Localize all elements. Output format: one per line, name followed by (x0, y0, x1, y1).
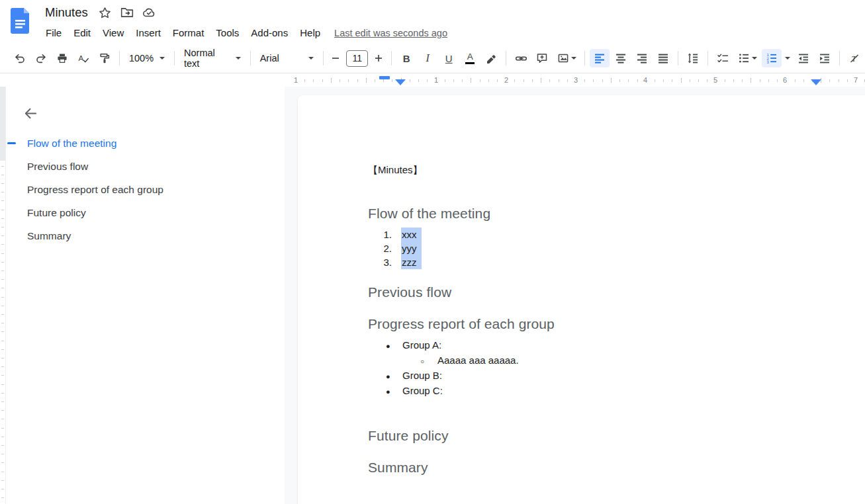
last-edit-status[interactable]: Last edit was seconds ago (334, 28, 447, 38)
list-item-text[interactable]: yyy (401, 241, 422, 255)
redo-button[interactable] (31, 49, 51, 67)
menu-insert[interactable]: Insert (130, 25, 167, 40)
doc-paragraph[interactable]: 【Minutes】 (368, 163, 865, 177)
numbered-list-button[interactable]: 123 (762, 49, 782, 67)
line-spacing-button[interactable] (683, 49, 703, 67)
google-docs-logo-icon[interactable] (11, 7, 30, 34)
numbered-list-item[interactable]: 1.xxx (368, 228, 865, 241)
title-row: Minutes (45, 5, 164, 20)
list-number: 2. (377, 241, 392, 255)
list-item-text[interactable]: xxx (401, 228, 422, 241)
add-comment-button[interactable] (532, 49, 552, 67)
horizontal-ruler[interactable]: 11234567 (0, 73, 865, 87)
align-justify-button[interactable] (653, 49, 673, 67)
decrease-indent-button[interactable] (794, 49, 813, 67)
spell-check-button[interactable]: A (73, 49, 93, 67)
zoom-select[interactable]: 100% (124, 49, 170, 67)
outline-item-1[interactable]: Previous flow (24, 155, 285, 178)
text-color-button[interactable]: A (460, 49, 480, 67)
bullet-list: ●Group A:○Aaaaa aaa aaaaa.●Group B:●Grou… (368, 338, 865, 399)
doc-heading[interactable]: Previous flow (368, 284, 865, 301)
document-status-cloud-icon[interactable] (142, 6, 156, 19)
bullet-list-item[interactable]: ●Group C: (368, 384, 865, 399)
list-number: 1. (377, 228, 392, 241)
font-size-input[interactable]: 11 (346, 50, 368, 67)
insert-link-button[interactable] (511, 49, 531, 67)
menu-bar: FileEditViewInsertFormatToolsAdd-onsHelp… (40, 25, 447, 40)
doc-heading[interactable]: Progress report of each group (368, 315, 865, 333)
bullet-marker: ● (386, 370, 395, 384)
menu-tools[interactable]: Tools (210, 25, 245, 40)
clear-formatting-button[interactable]: T (844, 49, 864, 67)
vertical-ruler-margin (0, 87, 5, 161)
svg-text:A: A (79, 54, 84, 62)
menu-edit[interactable]: Edit (68, 25, 97, 40)
paint-format-button[interactable] (95, 49, 114, 67)
document-page[interactable]: 【Minutes】Flow of the meeting1.xxx2.yyy3.… (298, 95, 865, 504)
text-color-swatch (465, 62, 475, 65)
ruler-inch-label: 1 (292, 75, 300, 85)
toolbar-separator (839, 51, 840, 65)
menu-view[interactable]: View (97, 25, 130, 40)
bullet-list-item[interactable]: ●Group A: (368, 338, 865, 353)
document-title[interactable]: Minutes (45, 5, 88, 20)
increase-indent-button[interactable] (815, 49, 835, 67)
align-right-button[interactable] (632, 49, 652, 67)
outline-item-label: Future policy (27, 207, 86, 219)
highlight-color-button[interactable] (481, 49, 501, 67)
left-indent-marker[interactable] (395, 79, 406, 85)
font-size-increase-button[interactable] (371, 49, 387, 67)
list-item-text[interactable]: Group B: (402, 368, 442, 382)
star-icon[interactable] (99, 6, 112, 19)
doc-heading[interactable]: Future policy (368, 427, 865, 444)
outline-item-0[interactable]: Flow of the meeting (24, 132, 285, 155)
numbered-list-menu-button[interactable] (783, 49, 792, 67)
chevron-down-icon (308, 57, 314, 60)
numbered-list-item[interactable]: 3.zzz (368, 255, 865, 269)
outline-item-3[interactable]: Future policy (24, 201, 285, 224)
doc-paragraph[interactable] (368, 399, 865, 413)
outline-item-2[interactable]: Progress report of each group (24, 178, 285, 201)
bullet-list-button[interactable] (734, 49, 760, 67)
menu-add-ons[interactable]: Add-ons (245, 25, 294, 40)
menu-help[interactable]: Help (294, 25, 326, 40)
toolbar-separator (678, 51, 678, 65)
paragraph-style-select[interactable]: Normal text (179, 49, 246, 67)
list-item-text[interactable]: Group A: (402, 338, 441, 352)
bold-label: B (403, 53, 410, 64)
move-to-folder-icon[interactable] (120, 6, 134, 19)
close-outline-button[interactable] (21, 104, 40, 122)
menu-file[interactable]: File (40, 25, 68, 40)
doc-heading[interactable]: Flow of the meeting (368, 205, 865, 222)
bold-button[interactable]: B (396, 49, 416, 67)
zoom-value: 100% (129, 53, 154, 63)
align-center-button[interactable] (611, 49, 631, 67)
ruler-inch-label: 3 (572, 75, 580, 85)
outline-item-4[interactable]: Summary (24, 224, 285, 247)
bullet-list-item[interactable]: ●Group B: (368, 368, 865, 384)
first-line-indent-marker[interactable] (379, 76, 390, 79)
font-size-decrease-button[interactable] (328, 49, 343, 67)
list-item-text[interactable]: zzz (401, 255, 422, 269)
font-select[interactable]: Arial (255, 49, 319, 67)
list-item-text[interactable]: Group C: (402, 384, 443, 398)
ruler-inch-label: 5 (711, 75, 719, 85)
menu-format[interactable]: Format (167, 25, 210, 40)
svg-text:3: 3 (767, 60, 770, 64)
italic-button[interactable]: I (418, 49, 437, 67)
print-button[interactable] (52, 49, 72, 67)
doc-paragraph[interactable] (368, 177, 865, 190)
active-item-indicator (7, 142, 16, 144)
bullet-list-item[interactable]: ○Aaaaa aaa aaaaa. (368, 353, 865, 368)
numbered-list-item[interactable]: 2.yyy (368, 241, 865, 255)
underline-button[interactable]: U (439, 49, 459, 67)
outline-item-label: Previous flow (27, 161, 88, 173)
insert-image-button[interactable] (553, 49, 580, 67)
undo-button[interactable] (10, 49, 30, 67)
toolbar-separator (391, 51, 392, 65)
checklist-button[interactable] (713, 49, 733, 67)
list-item-text[interactable]: Aaaaa aaa aaaaa. (437, 353, 519, 367)
align-left-button[interactable] (590, 49, 610, 67)
doc-heading[interactable]: Summary (368, 459, 865, 476)
right-indent-marker[interactable] (811, 79, 821, 85)
